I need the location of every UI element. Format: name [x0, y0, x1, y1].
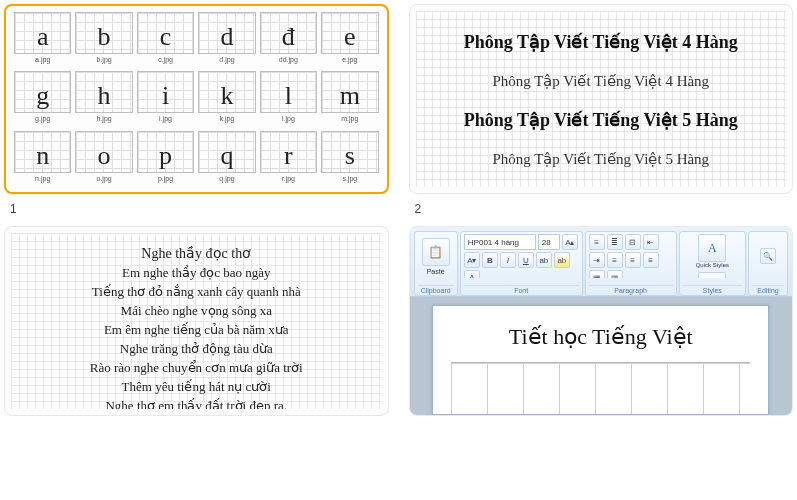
letter-tile-box: o: [75, 131, 132, 173]
align-left-icon[interactable]: ≡: [607, 252, 623, 268]
letter-filename: g.jpg: [35, 115, 50, 122]
word-window: 📋 Paste Clipboard HP001 4 hàng 28 A▴ A▾ …: [410, 227, 793, 415]
ribbon-group-label: Editing: [752, 285, 784, 294]
letter-tile[interactable]: pp.jpg: [137, 131, 194, 188]
align-center-icon[interactable]: ≡: [625, 252, 641, 268]
document-title: Tiết học Tiếng Việt: [451, 324, 750, 350]
letter-glyph: d: [220, 24, 233, 50]
strike-icon[interactable]: ab: [536, 252, 552, 268]
letter-tile-box: k: [198, 71, 255, 113]
letter-tiles-grid: aa.jpgbb.jpgcc.jpgdd.jpgđdd.jpgee.jpggg.…: [6, 6, 387, 192]
letter-filename: a.jpg: [35, 56, 50, 63]
ribbon-group-styles: A Quick Styles A Change Styles Styles: [679, 231, 746, 296]
font-samples: Phông Tập Viết Tiếng Việt 4 Hàng Phông T…: [416, 11, 787, 187]
letter-tile[interactable]: ee.jpg: [321, 12, 378, 69]
letter-tile[interactable]: cc.jpg: [137, 12, 194, 69]
thumbnail-gallery: aa.jpgbb.jpgcc.jpgdd.jpgđdd.jpgee.jpggg.…: [0, 0, 797, 420]
shading-icon[interactable]: ▦: [589, 270, 605, 278]
letter-glyph: r: [284, 143, 293, 169]
align-right-icon[interactable]: ≡: [643, 252, 659, 268]
letter-tile-box: i: [137, 71, 194, 113]
letter-tile-box: s: [321, 131, 378, 173]
letter-glyph: n: [36, 143, 49, 169]
thumbnail-3[interactable]: Nghe thầy đọc thơ Em nghe thầy đọc bao n…: [4, 226, 389, 416]
indent-left-icon[interactable]: ⇤: [643, 234, 659, 250]
letter-filename: q.jpg: [219, 175, 234, 182]
poem-panel: Nghe thầy đọc thơ Em nghe thầy đọc bao n…: [11, 233, 382, 409]
letter-tile[interactable]: dd.jpg: [198, 12, 255, 69]
letter-glyph: o: [98, 143, 111, 169]
letter-glyph: m: [340, 83, 360, 109]
paste-icon[interactable]: 📋: [422, 238, 450, 266]
letter-filename: l.jpg: [282, 115, 295, 122]
poem-line: Nghe trăng thở động tàu dừa: [120, 341, 273, 357]
bullets-icon[interactable]: ≡: [589, 234, 605, 250]
ribbon: 📋 Paste Clipboard HP001 4 hàng 28 A▴ A▾ …: [410, 227, 793, 297]
find-icon[interactable]: 🔍: [760, 248, 776, 264]
letter-filename: p.jpg: [158, 175, 173, 182]
letter-filename: h.jpg: [97, 115, 112, 122]
letter-tile[interactable]: oo.jpg: [75, 131, 132, 188]
change-styles-icon[interactable]: A: [698, 272, 726, 278]
underline-icon[interactable]: U: [518, 252, 534, 268]
font-size-select[interactable]: 28: [538, 234, 560, 250]
letter-tile-box: n: [14, 131, 71, 173]
letter-tile[interactable]: rr.jpg: [260, 131, 317, 188]
document-page[interactable]: Tiết học Tiếng Việt: [432, 305, 769, 415]
quick-styles-button[interactable]: Quick Styles: [696, 262, 729, 268]
italic-icon[interactable]: I: [500, 252, 516, 268]
letter-glyph: p: [159, 143, 172, 169]
numbering-icon[interactable]: ≣: [607, 234, 623, 250]
thumbnail-4[interactable]: 📋 Paste Clipboard HP001 4 hàng 28 A▴ A▾ …: [409, 226, 794, 416]
sample-line: Phông Tập Viết Tiếng Việt 4 Hàng: [464, 31, 738, 53]
letter-tile-box: a: [14, 12, 71, 54]
shrink-font-icon[interactable]: A▾: [464, 252, 480, 268]
grow-font-icon[interactable]: A▴: [562, 234, 578, 250]
paste-button[interactable]: Paste: [427, 268, 445, 275]
letter-tile[interactable]: ll.jpg: [260, 71, 317, 128]
letter-tile[interactable]: đdd.jpg: [260, 12, 317, 69]
letter-glyph: h: [98, 83, 111, 109]
indent-right-icon[interactable]: ⇥: [589, 252, 605, 268]
thumbnail-2[interactable]: Phông Tập Viết Tiếng Việt 4 Hàng Phông T…: [409, 4, 794, 194]
letter-tile[interactable]: aa.jpg: [14, 12, 71, 69]
quick-styles-icon[interactable]: A: [698, 234, 726, 262]
letter-glyph: l: [285, 83, 292, 109]
letter-tile[interactable]: qq.jpg: [198, 131, 255, 188]
thumbnail-1[interactable]: aa.jpgbb.jpgcc.jpgdd.jpgđdd.jpgee.jpggg.…: [4, 4, 389, 194]
font-name-select[interactable]: HP001 4 hàng: [464, 234, 536, 250]
letter-tile[interactable]: ss.jpg: [321, 131, 378, 188]
letter-filename: m.jpg: [341, 115, 358, 122]
letter-tile-box: q: [198, 131, 255, 173]
letter-tile[interactable]: mm.jpg: [321, 71, 378, 128]
letter-tile[interactable]: ii.jpg: [137, 71, 194, 128]
letter-tile-box: r: [260, 131, 317, 173]
letter-tile-box: l: [260, 71, 317, 113]
borders-icon[interactable]: ▥: [607, 270, 623, 278]
multilevel-icon[interactable]: ⊟: [625, 234, 641, 250]
letter-tile[interactable]: gg.jpg: [14, 71, 71, 128]
letter-glyph: q: [220, 143, 233, 169]
letter-tile-box: m: [321, 71, 378, 113]
highlight-icon[interactable]: ab: [554, 252, 570, 268]
letter-tile-box: đ: [260, 12, 317, 54]
ribbon-group-editing: 🔍 Editing: [748, 231, 788, 296]
font-color-icon[interactable]: A: [464, 270, 480, 278]
letter-tile-box: g: [14, 71, 71, 113]
ribbon-group-label: Clipboard: [418, 285, 454, 294]
ribbon-group-font: HP001 4 hàng 28 A▴ A▾ B I U ab ab A Font: [460, 231, 583, 296]
bold-icon[interactable]: B: [482, 252, 498, 268]
poem-line: Tiếng thơ đỏ nắng xanh cây quanh nhà: [92, 284, 301, 300]
writing-grid: [451, 362, 750, 414]
letter-tile[interactable]: bb.jpg: [75, 12, 132, 69]
ribbon-group-label: Paragraph: [589, 285, 673, 294]
letter-tile[interactable]: nn.jpg: [14, 131, 71, 188]
sample-line: Phông Tập Viết Tiếng Việt 5 Hàng: [492, 150, 709, 168]
letter-tile[interactable]: kk.jpg: [198, 71, 255, 128]
letter-filename: b.jpg: [97, 56, 112, 63]
letter-tile[interactable]: hh.jpg: [75, 71, 132, 128]
letter-filename: o.jpg: [97, 175, 112, 182]
letter-filename: d.jpg: [219, 56, 234, 63]
letter-filename: i.jpg: [159, 115, 172, 122]
sample-line: Phông Tập Viết Tiếng Việt 5 Hàng: [464, 109, 738, 131]
